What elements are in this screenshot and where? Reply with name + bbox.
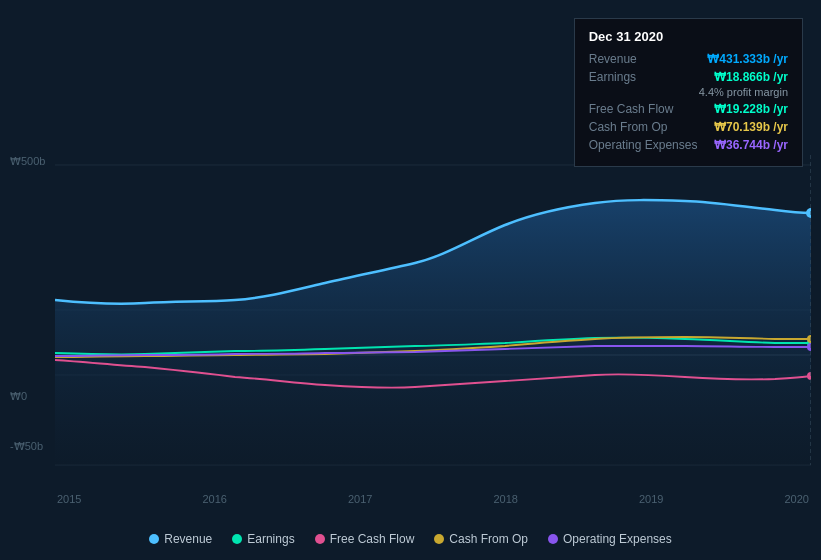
legend-opex[interactable]: Operating Expenses bbox=[548, 532, 672, 546]
x-label-2016: 2016 bbox=[203, 493, 227, 505]
tooltip-value-cfo: ₩70.139b /yr bbox=[714, 120, 788, 134]
x-axis: 2015 2016 2017 2018 2019 2020 bbox=[55, 493, 811, 505]
legend-dot-earnings bbox=[232, 534, 242, 544]
x-label-2019: 2019 bbox=[639, 493, 663, 505]
legend-earnings[interactable]: Earnings bbox=[232, 532, 294, 546]
tooltip-row-cfo: Cash From Op ₩70.139b /yr bbox=[589, 120, 788, 134]
tooltip-label-fcf: Free Cash Flow bbox=[589, 102, 699, 116]
legend-revenue[interactable]: Revenue bbox=[149, 532, 212, 546]
legend-label-earnings: Earnings bbox=[247, 532, 294, 546]
tooltip-sub-earnings: 4.4% profit margin bbox=[589, 86, 788, 98]
legend-label-cfo: Cash From Op bbox=[449, 532, 528, 546]
legend-dot-fcf bbox=[315, 534, 325, 544]
chart-svg bbox=[55, 155, 811, 475]
tooltip-value-fcf: ₩19.228b /yr bbox=[714, 102, 788, 116]
tooltip-panel: Dec 31 2020 Revenue ₩431.333b /yr Earnin… bbox=[574, 18, 803, 167]
legend-label-revenue: Revenue bbox=[164, 532, 212, 546]
legend-label-opex: Operating Expenses bbox=[563, 532, 672, 546]
legend-fcf[interactable]: Free Cash Flow bbox=[315, 532, 415, 546]
tooltip-label-opex: Operating Expenses bbox=[589, 138, 699, 152]
tooltip-label-cfo: Cash From Op bbox=[589, 120, 699, 134]
tooltip-row-earnings: Earnings ₩18.866b /yr bbox=[589, 70, 788, 84]
tooltip-label-revenue: Revenue bbox=[589, 52, 699, 66]
legend-dot-cfo bbox=[434, 534, 444, 544]
x-label-2018: 2018 bbox=[494, 493, 518, 505]
chart-legend: Revenue Earnings Free Cash Flow Cash Fro… bbox=[0, 532, 821, 546]
x-label-2020: 2020 bbox=[785, 493, 809, 505]
tooltip-row-opex: Operating Expenses ₩36.744b /yr bbox=[589, 138, 788, 152]
legend-dot-revenue bbox=[149, 534, 159, 544]
tooltip-label-earnings: Earnings bbox=[589, 70, 699, 84]
tooltip-value-opex: ₩36.744b /yr bbox=[714, 138, 788, 152]
tooltip-row-fcf: Free Cash Flow ₩19.228b /yr bbox=[589, 102, 788, 116]
legend-dot-opex bbox=[548, 534, 558, 544]
tooltip-date: Dec 31 2020 bbox=[589, 29, 788, 44]
x-label-2015: 2015 bbox=[57, 493, 81, 505]
y-label-0: ₩0 bbox=[10, 390, 27, 403]
x-label-2017: 2017 bbox=[348, 493, 372, 505]
tooltip-value-earnings: ₩18.866b /yr bbox=[714, 70, 788, 84]
tooltip-value-revenue: ₩431.333b /yr bbox=[707, 52, 788, 66]
tooltip-row-revenue: Revenue ₩431.333b /yr bbox=[589, 52, 788, 66]
y-label-500b: ₩500b bbox=[10, 155, 45, 168]
legend-cfo[interactable]: Cash From Op bbox=[434, 532, 528, 546]
y-label-neg50b: -₩50b bbox=[10, 440, 43, 453]
legend-label-fcf: Free Cash Flow bbox=[330, 532, 415, 546]
